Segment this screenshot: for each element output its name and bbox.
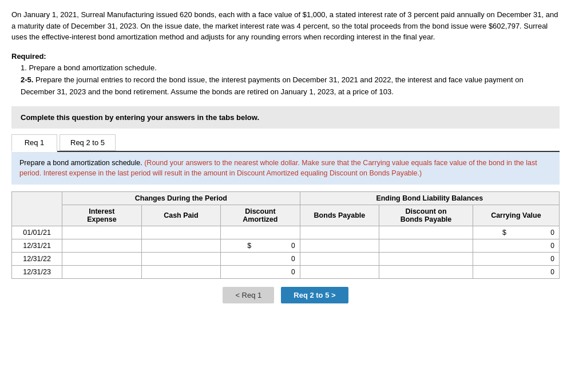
req-item-1: 1. Prepare a bond amortization schedule.	[21, 62, 560, 74]
carrying-value-cell-2[interactable]	[473, 253, 559, 266]
bonds-payable-cell-1[interactable]	[300, 239, 379, 253]
bonds-payable-input-1[interactable]	[306, 242, 373, 250]
discount-bonds-input-0[interactable]	[386, 229, 466, 237]
bonds-payable-input-0[interactable]	[306, 229, 373, 237]
carrying-value-cell-0[interactable]: $	[473, 226, 559, 239]
interest-expense-input-3[interactable]	[69, 268, 136, 276]
carrying-value-cell-1[interactable]	[473, 239, 559, 253]
discount-amortized-input-2[interactable]	[239, 255, 295, 263]
amortization-table: Changes During the Period Ending Bond Li…	[11, 191, 560, 279]
nav-buttons-container: < Req 1 Req 2 to 5 >	[11, 287, 560, 303]
carrying-value-input-1[interactable]	[493, 242, 554, 250]
instruction-box: Prepare a bond amortization schedule. (R…	[11, 152, 560, 185]
required-section: Required: 1. Prepare a bond amortization…	[11, 51, 560, 98]
carrying-value-cell-3[interactable]	[473, 266, 559, 279]
discount-amortized-cell-3[interactable]	[221, 266, 300, 279]
dollar-prefix-disc-1: $	[247, 242, 253, 250]
col-header-period-blank	[12, 192, 62, 226]
table-row-period-3: 12/31/23	[12, 266, 62, 279]
cash-paid-input-1[interactable]	[148, 242, 215, 250]
required-label: Required:	[11, 51, 560, 63]
tab-req2to5[interactable]: Req 2 to 5	[60, 134, 116, 151]
col-header-discount-bonds: Discount onBonds Payable	[379, 205, 473, 226]
discount-bonds-cell-1[interactable]	[379, 239, 473, 253]
cash-paid-input-2[interactable]	[148, 255, 215, 263]
col-header-changes: Changes During the Period	[62, 192, 300, 205]
discount-bonds-input-3[interactable]	[386, 268, 466, 276]
col-header-ending: Ending Bond Liability Balances	[300, 192, 559, 205]
cash-paid-cell-1[interactable]	[141, 239, 221, 253]
bonds-payable-cell-2[interactable]	[300, 253, 379, 266]
bonds-payable-input-3[interactable]	[306, 268, 373, 276]
cash-paid-input-3[interactable]	[148, 268, 215, 276]
col-header-carrying-value: Carrying Value	[473, 205, 559, 226]
discount-amortized-cell-2[interactable]	[221, 253, 300, 266]
intro-paragraph: On January 1, 2021, Surreal Manufacturin…	[11, 9, 560, 43]
interest-expense-cell-1[interactable]	[62, 239, 142, 253]
discount-amortized-cell-0[interactable]	[221, 226, 300, 239]
prev-button[interactable]: < Req 1	[223, 287, 274, 303]
cash-paid-cell-3[interactable]	[141, 266, 221, 279]
tab-req1[interactable]: Req 1	[11, 134, 57, 152]
bonds-payable-cell-0[interactable]	[300, 226, 379, 239]
discount-bonds-cell-3[interactable]	[379, 266, 473, 279]
req-item-25: 2-5. Prepare the journal entries to reco…	[21, 74, 560, 98]
tabs-container: Req 1 Req 2 to 5	[11, 134, 560, 152]
req-25-bold: 2-5.	[21, 75, 33, 84]
discount-amortized-input-1[interactable]	[253, 242, 295, 250]
col-header-discount-amortized: DiscountAmortized	[221, 205, 300, 226]
cash-paid-cell-2[interactable]	[141, 253, 221, 266]
discount-amortized-cell-1[interactable]: $	[221, 239, 300, 253]
carrying-value-input-3[interactable]	[493, 268, 554, 276]
dollar-prefix-carry-0: $	[502, 229, 508, 237]
col-header-interest: InterestExpense	[62, 205, 142, 226]
discount-bonds-cell-2[interactable]	[379, 253, 473, 266]
bonds-payable-cell-3[interactable]	[300, 266, 379, 279]
req-25-text: Prepare the journal entries to record th…	[21, 75, 524, 96]
table-row-period-2: 12/31/22	[12, 253, 62, 266]
interest-expense-input-1[interactable]	[69, 242, 136, 250]
interest-expense-cell-2[interactable]	[62, 253, 142, 266]
discount-bonds-input-2[interactable]	[386, 255, 466, 263]
col-header-bonds-payable: Bonds Payable	[300, 205, 379, 226]
discount-bonds-input-1[interactable]	[386, 242, 466, 250]
interest-expense-cell-0[interactable]	[62, 226, 142, 239]
carrying-value-input-2[interactable]	[493, 255, 554, 263]
table-row-period-1: 12/31/21	[12, 239, 62, 253]
cash-paid-cell-0[interactable]	[141, 226, 221, 239]
discount-amortized-input-3[interactable]	[239, 268, 295, 276]
interest-expense-input-2[interactable]	[69, 255, 136, 263]
carrying-value-input-0[interactable]	[509, 229, 555, 237]
table-row-period-0: 01/01/21	[12, 226, 62, 239]
interest-expense-cell-3[interactable]	[62, 266, 142, 279]
discount-bonds-cell-0[interactable]	[379, 226, 473, 239]
instruction-black: Prepare a bond amortization schedule.	[19, 159, 144, 167]
next-button[interactable]: Req 2 to 5 >	[281, 287, 348, 303]
complete-question-box: Complete this question by entering your …	[11, 106, 560, 129]
col-header-cash: Cash Paid	[141, 205, 221, 226]
bonds-payable-input-2[interactable]	[306, 255, 373, 263]
